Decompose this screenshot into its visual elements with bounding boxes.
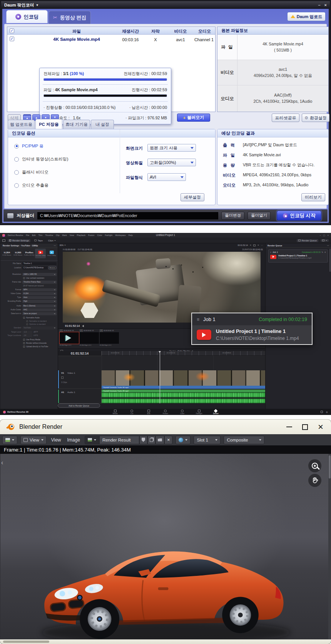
scrollbar-thumb[interactable] <box>329 455 331 478</box>
resolution-dropdown[interactable]: 1920 x 1080 HD <box>22 273 57 276</box>
pass-dropdown[interactable]: Composite <box>224 436 264 444</box>
clip-card-1[interactable]: 0100:00:00:00V1 H.264 High L5.1 <box>60 330 79 346</box>
preset-h265[interactable]: H.265H.265 Master <box>13 249 23 258</box>
settings-gear-icon[interactable]: ⚙ <box>326 411 328 413</box>
clip-card-2[interactable]: 0200:00:00:00V1 H.264 High L5.1 <box>80 330 99 346</box>
col-duration[interactable]: 재생시간 <box>117 28 144 34</box>
pan-hand-button[interactable] <box>308 474 321 487</box>
tab-pc-save[interactable]: PC 저장용 <box>35 119 62 129</box>
render-job-card[interactable]: ≡ Job 1 Completed in 00:02:19 ✎ ✕ Untitl… <box>268 249 328 263</box>
slot-dropdown[interactable]: Slot 1 <box>194 436 221 444</box>
job-remove-icon[interactable]: ✕ <box>324 251 326 253</box>
upload-youtube-checkbox[interactable] <box>23 346 25 348</box>
format-dropdown[interactable]: AVI <box>147 173 186 181</box>
horizontal-scrollbar-thumb[interactable] <box>3 641 49 643</box>
video-preview[interactable] <box>63 252 261 323</box>
col-subtitle[interactable]: 자막 <box>146 28 165 34</box>
title-caret-icon[interactable]: ▼ <box>36 3 39 7</box>
layout-toggle-button[interactable] <box>321 239 329 242</box>
vertical-res-checkbox[interactable] <box>23 277 25 279</box>
audio-codec-dropdown[interactable]: AAC <box>22 308 57 311</box>
minimize-button[interactable]: – <box>318 3 320 7</box>
col-audio[interactable]: 오디오 <box>194 28 215 34</box>
col-file[interactable]: 파일 <box>61 28 92 34</box>
fake-user-shield-icon[interactable] <box>139 436 147 444</box>
view-dropdown-button[interactable]: View <box>20 436 47 444</box>
save-icon[interactable] <box>253 244 256 246</box>
image-name-field[interactable]: Render Result <box>99 436 139 444</box>
video-track-header[interactable]: V1 Video 1 3 Clips <box>58 370 102 389</box>
blender-minimize-button[interactable] <box>286 427 292 427</box>
start-encoding-button[interactable]: 인코딩 시작 <box>277 211 321 221</box>
viewer-tc-field[interactable]: 00:01:52:14 <box>238 244 248 246</box>
screen-size-dropdown[interactable]: 원본 크기 사용 <box>147 144 196 152</box>
more-icon[interactable]: ⋯ <box>327 244 329 247</box>
no-timecode-checkbox[interactable] <box>23 342 25 344</box>
save-path-field[interactable]: C:₩Users₩NOTE₩Documents₩Daum₩PotEncoder <box>37 212 218 219</box>
type-dropdown[interactable]: Auto <box>22 296 57 299</box>
tab-encoding[interactable]: 인코딩 <box>6 10 48 23</box>
add-to-render-queue-button[interactable]: Add to Render Queue <box>58 403 100 408</box>
page-cut[interactable]: Cut <box>125 410 139 415</box>
radio-pc-pmp[interactable]: PC/PMP 용 <box>14 143 43 149</box>
radio-audio-extract[interactable]: 오디오 추출용 <box>14 182 48 188</box>
preset-share-button[interactable]: 프리셋공유 <box>272 114 299 122</box>
quality-dropdown[interactable]: 고화질(100%) <box>147 159 196 166</box>
page-color[interactable]: Color <box>175 410 190 415</box>
burnin-dropdown[interactable]: Same as project <box>22 312 57 315</box>
menu-view[interactable]: View <box>50 437 63 443</box>
monitor-icon[interactable] <box>2 239 5 242</box>
more-icon[interactable]: ⋯ <box>53 244 56 247</box>
normalize-checkbox[interactable] <box>23 317 25 319</box>
render-queue-button[interactable]: Render Queue <box>297 239 318 242</box>
region-toggle-chevron-icon[interactable]: ‹ <box>1 459 3 466</box>
open-folder-button[interactable]: 폴더열기 <box>247 212 271 220</box>
settings-button[interactable]: ⚙ 환경설정 <box>302 114 329 122</box>
editor-type-button[interactable] <box>2 436 17 444</box>
page-deliver[interactable]: Deliver <box>209 410 223 415</box>
row-checkbox[interactable]: ✓ <box>10 37 14 41</box>
video-codec-dropdown[interactable]: H.264 <box>22 292 57 295</box>
page-fairlight[interactable]: Fairlight <box>192 410 206 415</box>
world-view-button[interactable] <box>176 436 191 444</box>
home-icon[interactable] <box>321 411 323 413</box>
clip-card-3[interactable]: 0300:00:00:00V1 H.264 High L5.1 <box>100 330 119 346</box>
page-edit[interactable]: Edit <box>141 410 156 415</box>
image-browse-button[interactable] <box>85 436 99 444</box>
viewer-more-icon[interactable]: ⋯ <box>261 244 263 246</box>
radio-flash[interactable]: 플래시 비디오 <box>14 169 48 175</box>
location-field[interactable]: C:\Users\NOTE\Desktop <box>22 266 48 269</box>
speaker-icon[interactable] <box>82 325 84 327</box>
optimize-radio[interactable] <box>26 323 28 325</box>
close-button[interactable]: × <box>324 3 327 7</box>
import-button[interactable]: + 불러오기 <box>177 114 210 122</box>
file-row[interactable]: ✓ 4K Sample Movie.mp4 00:03:16 X avc1 Ch… <box>7 35 215 44</box>
potencoder-titlebar[interactable]: Daum 팟인코더 ▼ – × <box>1 1 330 9</box>
tab-video-edit[interactable]: ✂ 동영상 편집 <box>48 11 91 24</box>
tape-button[interactable]: Tape <box>33 239 44 242</box>
popup-menu-icon[interactable]: ≡ <box>197 317 199 322</box>
preset-prores[interactable]: ProResProRes 422 HQ <box>24 249 35 258</box>
profile-dropdown[interactable]: High <box>22 300 57 303</box>
viewer-zoom-dropdown[interactable]: 80% <box>60 244 66 246</box>
filename-field[interactable]: Timeline 1 <box>22 262 57 265</box>
blender-maximize-button[interactable] <box>302 424 308 430</box>
format-dropdown[interactable]: MP4 <box>22 288 57 291</box>
normalize-radio[interactable] <box>26 320 28 322</box>
col-video[interactable]: 비디오 <box>169 28 192 34</box>
preview-button[interactable]: 미리보기 <box>301 193 325 201</box>
preset-youtube[interactable]: YouTube 1080p <box>35 249 46 258</box>
daum-upload-button[interactable]: Daum 업로드 <box>287 12 326 21</box>
zoom-tool-button[interactable] <box>308 459 321 472</box>
blender-titlebar[interactable]: Blender Render × <box>0 420 331 434</box>
detail-settings-button[interactable]: 세부설정 <box>181 193 204 201</box>
playhead[interactable] <box>160 351 160 403</box>
radio-streaming[interactable]: 인터넷 동영상(스트리밍) <box>14 156 68 162</box>
job-edit-icon[interactable]: ✎ <box>322 251 323 253</box>
preset-vimeo[interactable]: VVimeo 1080p <box>46 249 57 258</box>
job-menu-icon[interactable]: ≡ <box>270 251 271 253</box>
select-all-checkbox[interactable]: ✓ <box>10 28 14 33</box>
audio-track-header[interactable]: A1 Audio 1 <box>58 390 102 403</box>
open-folder-icon[interactable] <box>155 436 164 444</box>
clips-button[interactable]: Clips <box>47 239 57 242</box>
